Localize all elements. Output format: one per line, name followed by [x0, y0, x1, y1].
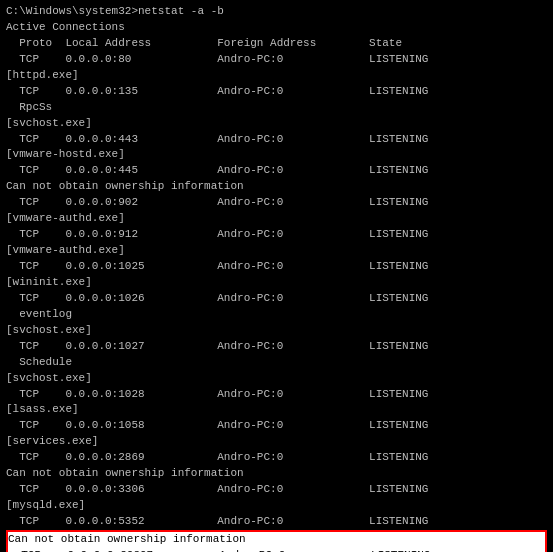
output-line: TCP 0.0.0.0:2869 Andro-PC:0 LISTENING: [6, 450, 547, 466]
output-line: TCP 0.0.0.0:135 Andro-PC:0 LISTENING: [6, 84, 547, 100]
output-line: Can not obtain ownership information: [6, 466, 547, 482]
output-line: Can not obtain ownership information: [6, 179, 547, 195]
output-line: [mysqld.exe]: [6, 498, 547, 514]
output-line: RpcSs: [6, 100, 547, 116]
output-line: TCP 0.0.0.0:1025 Andro-PC:0 LISTENING: [6, 259, 547, 275]
output-line: [svchost.exe]: [6, 116, 547, 132]
output-line: TCP 0.0.0.0:1026 Andro-PC:0 LISTENING: [6, 291, 547, 307]
output-line: TCP 0.0.0.0:902 Andro-PC:0 LISTENING: [6, 195, 547, 211]
columns-line: Proto Local Address Foreign Address Stat…: [6, 36, 547, 52]
header-line: Active Connections: [6, 20, 547, 36]
output-line: [services.exe]: [6, 434, 547, 450]
output-line: TCP 0.0.0.0:912 Andro-PC:0 LISTENING: [6, 227, 547, 243]
output-line: [wininit.exe]: [6, 275, 547, 291]
output-line: TCP 0.0.0.0:3306 Andro-PC:0 LISTENING: [6, 482, 547, 498]
output-line: eventlog: [6, 307, 547, 323]
output-line: TCP 0.0.0.0:1027 Andro-PC:0 LISTENING: [6, 339, 547, 355]
output-line: Schedule: [6, 355, 547, 371]
output-line: TCP 0.0.0.0:445 Andro-PC:0 LISTENING: [6, 163, 547, 179]
output-line: TCP 0.0.0.0:1028 Andro-PC:0 LISTENING: [6, 387, 547, 403]
output-line: [httpd.exe]: [6, 68, 547, 84]
command-line: C:\Windows\system32>netstat -a -b: [6, 4, 547, 20]
output-lines: TCP 0.0.0.0:80 Andro-PC:0 LISTENING[http…: [6, 52, 547, 552]
output-line: TCP 0.0.0.0:80 Andro-PC:0 LISTENING: [6, 52, 547, 68]
output-line: [vmware-authd.exe]: [6, 243, 547, 259]
output-line: TCP 0.0.0.0:5352 Andro-PC:0 LISTENING: [6, 514, 547, 530]
output-line: TCP 0.0.0.0:1058 Andro-PC:0 LISTENING: [6, 418, 547, 434]
output-line: [svchost.exe]: [6, 371, 547, 387]
output-line: [lsass.exe]: [6, 402, 547, 418]
output-line: [vmware-hostd.exe]: [6, 147, 547, 163]
output-line: TCP 0.0.0.0:30897 Andro-PC:0 LISTENING: [8, 548, 545, 552]
terminal-window: C:\Windows\system32>netstat -a -b Active…: [0, 0, 553, 552]
output-line: [svchost.exe]: [6, 323, 547, 339]
output-line: [vmware-authd.exe]: [6, 211, 547, 227]
output-line: TCP 0.0.0.0:443 Andro-PC:0 LISTENING: [6, 132, 547, 148]
output-line: Can not obtain ownership information: [8, 532, 545, 548]
